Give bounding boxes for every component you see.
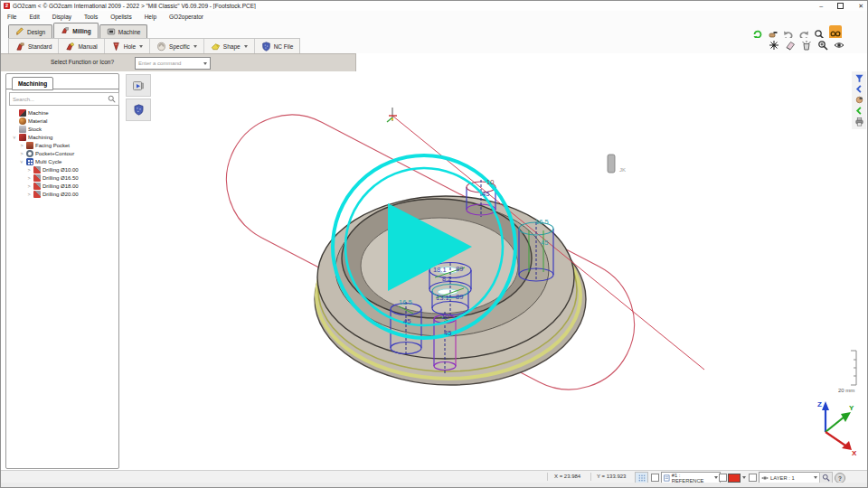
hole-dropdown-caret[interactable] [139, 45, 143, 48]
collapse-green-chevron-icon[interactable] [854, 106, 864, 116]
hole-cylinder-d10-back [467, 180, 495, 217]
tree-search-input[interactable]: Search... [9, 92, 119, 106]
shape-dropdown-caret[interactable] [244, 45, 248, 48]
color-checkbox[interactable] [719, 474, 727, 482]
reference-checkbox[interactable] [651, 474, 659, 482]
tab-design[interactable]: Design [8, 24, 52, 38]
dimension-label: 16.5 [535, 218, 549, 226]
rapid-move-line [392, 116, 704, 370]
tab-machine[interactable]: Machine [99, 24, 148, 38]
tab-machine-label: Machine [118, 29, 141, 35]
minimize-button[interactable]: – [819, 3, 823, 9]
tree-expander-icon[interactable]: > [26, 183, 32, 189]
tree-item[interactable]: > Facing Pocket [6, 141, 118, 149]
visibility-eye-icon[interactable] [834, 40, 844, 51]
measure-tool-icon[interactable] [769, 40, 779, 51]
tree-item-icon [26, 150, 33, 157]
tree-item[interactable]: > Pocket+Contour [6, 149, 118, 157]
shape-icon [211, 42, 221, 52]
specific-button[interactable]: Specific [150, 39, 204, 53]
dimension-label: 45 [541, 239, 548, 247]
tree-item[interactable]: > Multi Cycle [6, 157, 118, 165]
dimension-labels: 104516.54518.1898.213.1891016.54545 [399, 178, 549, 337]
standard-cycle-icon [15, 42, 25, 52]
command-combobox[interactable]: Enter a command [135, 57, 211, 70]
tree-item-label: Drilling Ø10.00 [42, 167, 79, 173]
reference-select-caret[interactable] [714, 476, 718, 479]
command-combobox-caret[interactable] [203, 62, 207, 65]
dimension-label: 16.5 [399, 298, 412, 306]
panel-tab-machining[interactable]: Machining [12, 77, 53, 90]
layer-checkbox[interactable] [749, 474, 757, 482]
view-toolbar-row2 [769, 40, 844, 51]
layer-select-caret[interactable] [814, 476, 817, 479]
play-overlay[interactable] [333, 155, 515, 338]
tree-item[interactable]: > Drilling Ø10.00 [6, 165, 118, 174]
tree-item[interactable]: > Machining [6, 133, 118, 141]
maximize-button[interactable] [837, 3, 844, 9]
title-bar: 2 GO2cam < © GO2cam International 2009 -… [1, 1, 867, 11]
nc-file-label: NC File [274, 43, 294, 50]
current-color-swatch[interactable] [728, 474, 741, 483]
tab-milling[interactable]: Milling [53, 23, 99, 38]
clean-trash-icon[interactable] [801, 40, 812, 51]
tree-expander-icon[interactable]: > [26, 175, 32, 181]
tree-expander-icon[interactable]: > [19, 159, 24, 164]
menu-file[interactable]: File [1, 14, 23, 20]
dimension-label: 10 [441, 313, 448, 321]
tree-expander-icon[interactable]: > [19, 143, 24, 148]
status-bar: X = 23.984 Y = 133.923 #1 : REFERENCE [1, 470, 867, 483]
eraser-icon[interactable] [785, 40, 796, 51]
manual-button[interactable]: Manual [59, 39, 104, 53]
axis-triad: Z Y X [817, 400, 857, 457]
layer-select-value: LAYER : 1 [770, 475, 795, 481]
tool-origin-marker [387, 108, 397, 122]
tree-item[interactable]: > Drilling Ø20.00 [6, 190, 118, 198]
nc-file-button[interactable]: NC File [255, 39, 300, 53]
menu-edit[interactable]: Edit [23, 14, 45, 20]
tree-item-icon [19, 134, 26, 141]
tree-expander-icon[interactable]: > [26, 167, 32, 173]
zoom-window-icon [822, 474, 830, 482]
cursor-y-coordinate: Y = 133.923 [597, 474, 626, 479]
color-dropdown-caret[interactable] [742, 476, 746, 479]
tree-item[interactable]: Machine [6, 108, 118, 117]
menu-tools[interactable]: Tools [78, 14, 104, 20]
tree-item[interactable]: > Drilling Ø16.50 [6, 174, 118, 182]
tree-item-icon [33, 174, 41, 182]
nc-output-button[interactable] [126, 99, 151, 121]
simulation-machine-icon [132, 80, 145, 92]
simulation-button[interactable] [126, 74, 151, 97]
tree-item[interactable]: > Drilling Ø18.00 [6, 182, 118, 190]
tree-item-icon [19, 117, 26, 125]
menu-display[interactable]: Display [46, 14, 78, 20]
tree-expander-icon[interactable]: > [12, 135, 17, 140]
grab-hand-icon[interactable] [854, 95, 864, 105]
window-title: GO2cam < © GO2cam International 2009 - 2… [13, 3, 256, 9]
command-combobox-value: Enter a command [138, 61, 181, 66]
collapse-blue-chevron-icon[interactable] [854, 84, 864, 94]
tree-item-label: Drilling Ø16.50 [42, 175, 79, 181]
zoom-plus-icon[interactable] [817, 40, 828, 51]
print-icon[interactable] [854, 117, 864, 127]
close-button[interactable]: ✕ [858, 3, 863, 10]
filter-icon[interactable] [854, 73, 864, 83]
menu-help[interactable]: Help [138, 14, 163, 20]
specific-dropdown-caret[interactable] [193, 45, 197, 48]
hole-button[interactable]: Hole [105, 39, 150, 53]
tree-item[interactable]: Material [6, 117, 118, 125]
tree-item[interactable]: Stock [6, 125, 118, 133]
milling-toolbar: Standard Manual Hole [8, 38, 300, 54]
standard-button[interactable]: Standard [9, 39, 59, 53]
dimension-label: 18.1 [433, 266, 447, 274]
menu-go2operator[interactable]: GO2operator [163, 14, 210, 20]
tree-item-label: Multi Cycle [35, 159, 61, 164]
tree-expander-icon[interactable]: > [26, 192, 32, 197]
shape-button[interactable]: Shape [204, 39, 255, 53]
search-icon [108, 95, 116, 103]
tree-expander-icon[interactable]: > [19, 151, 24, 156]
shape-label: Shape [223, 43, 241, 50]
hole-drill-icon [111, 42, 121, 52]
menu-opelists[interactable]: Opelists [104, 14, 137, 20]
reference-select-value: #1 : REFERENCE [672, 473, 712, 483]
